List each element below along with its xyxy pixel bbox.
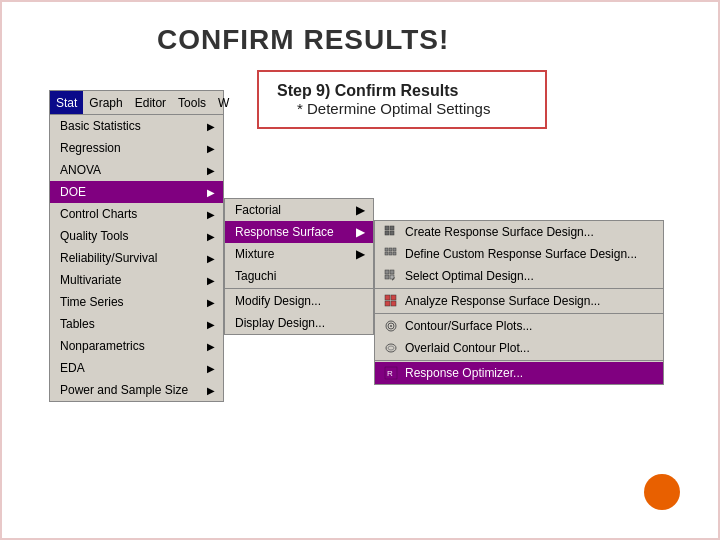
- svg-rect-16: [391, 295, 396, 300]
- svg-rect-17: [385, 301, 390, 306]
- svg-rect-18: [391, 301, 396, 306]
- rs-analyze[interactable]: Analyze Response Surface Design...: [375, 290, 663, 312]
- doe-modify-design[interactable]: Modify Design...: [225, 290, 373, 312]
- menu-graph[interactable]: Graph: [83, 91, 128, 114]
- menu-area: Stat Graph Editor Tools W Basic Statisti…: [49, 90, 689, 114]
- doe-response-surface[interactable]: Response Surface ▶: [225, 221, 373, 243]
- rs-contour-icon: [383, 318, 399, 334]
- doe-divider: [225, 288, 373, 289]
- stat-dropdown: Basic Statistics ▶ Regression ▶ ANOVA ▶ …: [49, 114, 224, 402]
- rs-divider-1: [375, 288, 663, 289]
- rs-divider-2: [375, 313, 663, 314]
- rs-define[interactable]: Define Custom Response Surface Design...: [375, 243, 663, 265]
- menu-stat[interactable]: Stat: [50, 91, 83, 114]
- svg-point-23: [388, 346, 394, 350]
- rs-optimizer-icon: R: [383, 365, 399, 381]
- svg-rect-9: [393, 252, 396, 255]
- menu-multivariate[interactable]: Multivariate ▶: [50, 269, 223, 291]
- rs-overlaid[interactable]: Overlaid Contour Plot...: [375, 337, 663, 359]
- menu-time-series[interactable]: Time Series ▶: [50, 291, 223, 313]
- menu-w[interactable]: W: [212, 91, 235, 114]
- doe-taguchi[interactable]: Taguchi: [225, 265, 373, 287]
- menu-control-charts[interactable]: Control Charts ▶: [50, 203, 223, 225]
- svg-text:✓: ✓: [391, 276, 396, 282]
- page-container: CONFIRM RESULTS! Step 9) Confirm Results…: [0, 0, 720, 540]
- svg-rect-4: [385, 248, 388, 251]
- svg-rect-11: [390, 270, 394, 274]
- rs-optimizer[interactable]: R Response Optimizer...: [375, 362, 663, 384]
- orange-circle: [644, 474, 680, 510]
- menu-power-sample[interactable]: Power and Sample Size ▶: [50, 379, 223, 401]
- svg-rect-10: [385, 270, 389, 274]
- menu-bar: Stat Graph Editor Tools W: [49, 90, 224, 114]
- menu-tools[interactable]: Tools: [172, 91, 212, 114]
- doe-display-design[interactable]: Display Design...: [225, 312, 373, 334]
- rs-create[interactable]: Create Response Surface Design...: [375, 221, 663, 243]
- rs-divider-3: [375, 360, 663, 361]
- svg-rect-15: [385, 295, 390, 300]
- rs-select[interactable]: ✓ Select Optimal Design...: [375, 265, 663, 287]
- menu-doe[interactable]: DOE ▶: [50, 181, 223, 203]
- svg-rect-12: [385, 275, 389, 279]
- svg-point-21: [390, 325, 392, 327]
- doe-mixture[interactable]: Mixture ▶: [225, 243, 373, 265]
- rs-create-icon: [383, 224, 399, 240]
- svg-rect-3: [390, 231, 394, 235]
- rs-select-icon: ✓: [383, 268, 399, 284]
- menu-anova[interactable]: ANOVA ▶: [50, 159, 223, 181]
- rs-analyze-icon: [383, 293, 399, 309]
- menu-basic-statistics[interactable]: Basic Statistics ▶: [50, 115, 223, 137]
- svg-rect-6: [393, 248, 396, 251]
- menu-regression[interactable]: Regression ▶: [50, 137, 223, 159]
- doe-factorial[interactable]: Factorial ▶: [225, 199, 373, 221]
- page-title: CONFIRM RESULTS!: [157, 24, 449, 56]
- menu-quality-tools[interactable]: Quality Tools ▶: [50, 225, 223, 247]
- menu-eda[interactable]: EDA ▶: [50, 357, 223, 379]
- menu-reliability[interactable]: Reliability/Survival ▶: [50, 247, 223, 269]
- rs-overlaid-icon: [383, 340, 399, 356]
- menu-nonparametrics[interactable]: Nonparametrics ▶: [50, 335, 223, 357]
- rs-define-icon: [383, 246, 399, 262]
- svg-text:R: R: [387, 369, 393, 378]
- svg-rect-2: [385, 231, 389, 235]
- svg-rect-5: [389, 248, 392, 251]
- menu-editor[interactable]: Editor: [129, 91, 172, 114]
- svg-rect-1: [390, 226, 394, 230]
- svg-rect-0: [385, 226, 389, 230]
- menu-tables[interactable]: Tables ▶: [50, 313, 223, 335]
- rs-contour[interactable]: Contour/Surface Plots...: [375, 315, 663, 337]
- svg-rect-7: [385, 252, 388, 255]
- doe-submenu: Factorial ▶ Response Surface ▶ Mixture ▶…: [224, 198, 374, 335]
- rs-submenu: Create Response Surface Design... Define…: [374, 220, 664, 385]
- svg-rect-8: [389, 252, 392, 255]
